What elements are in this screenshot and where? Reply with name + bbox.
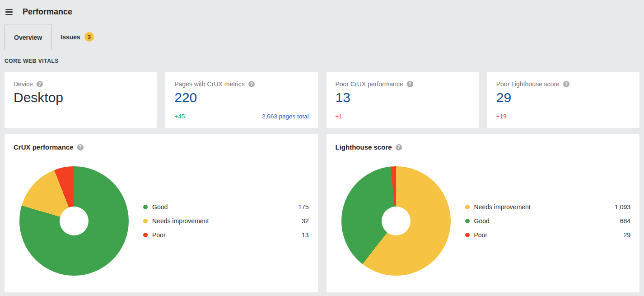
legend-label: Poor	[474, 231, 624, 239]
page-title: Performance	[23, 7, 72, 17]
legend-dot-good	[465, 219, 470, 223]
stat-card-delta[interactable]: +45	[174, 113, 185, 120]
stat-card-label: Device	[14, 80, 33, 88]
legend-value: 29	[623, 231, 630, 239]
pages-total-link[interactable]: 2,663 pages total	[262, 113, 309, 120]
tab-issues-label: Issues	[61, 33, 80, 41]
legend-dot-needs-improvement	[143, 219, 148, 223]
legend-value: 32	[302, 217, 309, 225]
donut-hole	[60, 207, 89, 235]
legend-label: Poor	[152, 231, 302, 239]
tab-issues[interactable]: Issues 3	[51, 24, 103, 50]
help-icon[interactable]: ?	[396, 144, 402, 150]
legend-row-good[interactable]: Good 684	[465, 214, 631, 228]
tab-overview-label: Overview	[14, 34, 42, 41]
chart-title: Lighthouse score	[336, 143, 392, 151]
stat-card-label: Poor CrUX performance	[336, 80, 403, 88]
donut-hole	[382, 207, 411, 235]
legend-label: Good	[474, 217, 620, 225]
stat-card-value[interactable]: 220	[174, 90, 308, 105]
chart-legend: Good 175 Needs improvement 32 Poor 13	[143, 200, 309, 242]
tab-overview[interactable]: Overview	[5, 24, 51, 50]
legend-row-needs-improvement[interactable]: Needs improvement 32	[143, 214, 309, 228]
stat-card-value: Desktop	[14, 90, 148, 105]
hamburger-menu-icon[interactable]	[5, 9, 13, 15]
chart-card-lighthouse-score: Lighthouse score ? Needs improvement 1,0…	[327, 134, 640, 292]
legend-value: 13	[302, 231, 309, 239]
legend-value: 684	[620, 217, 630, 225]
legend-label: Needs improvement	[474, 203, 615, 211]
stat-card-delta[interactable]: +1	[336, 113, 342, 120]
chart-title: CrUX performance	[14, 143, 74, 151]
app-header: Performance	[0, 0, 644, 24]
tab-bar: Overview Issues 3	[0, 24, 644, 50]
stat-card-label: Poor Lighthouse score	[496, 80, 560, 88]
help-icon[interactable]: ?	[407, 81, 413, 87]
chart-legend: Needs improvement 1,093 Good 684 Poor 29	[465, 200, 631, 242]
stat-card-device: Device ? Desktop	[5, 72, 157, 128]
donut-chart-lighthouse-score[interactable]	[341, 166, 451, 276]
help-icon[interactable]: ?	[563, 81, 569, 87]
help-icon[interactable]: ?	[37, 81, 43, 87]
stat-card-value[interactable]: 29	[496, 90, 630, 105]
stat-card-delta[interactable]: +19	[496, 113, 507, 120]
issues-count-badge: 3	[84, 32, 94, 42]
chart-card-crux-performance: CrUX performance ? Good 175 Needs improv…	[5, 134, 318, 292]
legend-row-poor[interactable]: Poor 13	[143, 228, 309, 242]
legend-dot-poor	[143, 233, 148, 237]
stat-card-value[interactable]: 13	[336, 90, 470, 105]
chart-cards-row: CrUX performance ? Good 175 Needs improv…	[5, 134, 639, 292]
legend-label: Good	[152, 203, 298, 211]
legend-dot-poor	[465, 233, 470, 237]
legend-label: Needs improvement	[152, 217, 302, 225]
legend-row-poor[interactable]: Poor 29	[465, 228, 631, 242]
help-icon[interactable]: ?	[77, 144, 84, 150]
legend-value: 1,093	[615, 203, 630, 211]
stat-card-label: Pages with CrUX metrics	[174, 80, 245, 88]
help-icon[interactable]: ?	[248, 81, 255, 87]
stat-cards-row: Device ? Desktop Pages with CrUX metrics…	[5, 72, 639, 128]
legend-dot-good	[143, 205, 148, 209]
legend-dot-needs-improvement	[465, 205, 470, 209]
stat-card-poor-lighthouse-score: Poor Lighthouse score ? 29 +19	[487, 72, 639, 128]
section-label-core-web-vitals: CORE WEB VITALS	[5, 58, 639, 64]
legend-value: 175	[298, 203, 308, 211]
legend-row-needs-improvement[interactable]: Needs improvement 1,093	[465, 200, 631, 214]
legend-row-good[interactable]: Good 175	[143, 200, 309, 214]
donut-chart-crux-performance[interactable]	[19, 166, 129, 276]
stat-card-poor-crux-performance: Poor CrUX performance ? 13 +1	[327, 72, 479, 128]
stat-card-pages-with-crux-metrics: Pages with CrUX metrics ? 220 +45 2,663 …	[165, 72, 317, 128]
